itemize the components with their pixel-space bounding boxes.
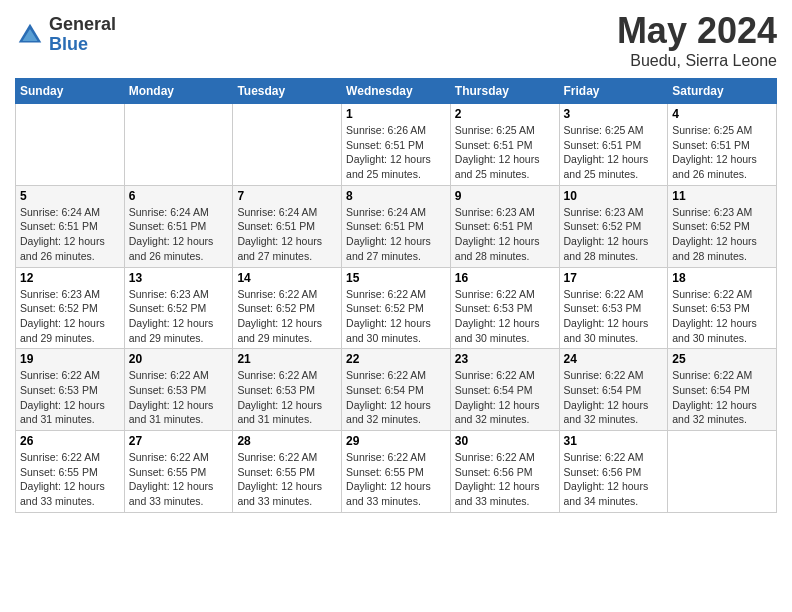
day-info: Sunrise: 6:22 AMSunset: 6:54 PMDaylight:… <box>455 368 555 427</box>
day-number: 24 <box>564 352 664 366</box>
day-number: 2 <box>455 107 555 121</box>
weekday-header: Saturday <box>668 79 777 104</box>
calendar-cell: 28Sunrise: 6:22 AMSunset: 6:55 PMDayligh… <box>233 431 342 513</box>
calendar-table: SundayMondayTuesdayWednesdayThursdayFrid… <box>15 78 777 513</box>
calendar-week-row: 26Sunrise: 6:22 AMSunset: 6:55 PMDayligh… <box>16 431 777 513</box>
day-info: Sunrise: 6:23 AMSunset: 6:51 PMDaylight:… <box>455 205 555 264</box>
day-info: Sunrise: 6:25 AMSunset: 6:51 PMDaylight:… <box>455 123 555 182</box>
calendar-cell: 31Sunrise: 6:22 AMSunset: 6:56 PMDayligh… <box>559 431 668 513</box>
calendar-cell: 23Sunrise: 6:22 AMSunset: 6:54 PMDayligh… <box>450 349 559 431</box>
calendar-cell: 29Sunrise: 6:22 AMSunset: 6:55 PMDayligh… <box>342 431 451 513</box>
day-info: Sunrise: 6:22 AMSunset: 6:56 PMDaylight:… <box>564 450 664 509</box>
calendar-cell: 15Sunrise: 6:22 AMSunset: 6:52 PMDayligh… <box>342 267 451 349</box>
day-number: 15 <box>346 271 446 285</box>
calendar-cell: 1Sunrise: 6:26 AMSunset: 6:51 PMDaylight… <box>342 104 451 186</box>
logo-general: General <box>49 15 116 35</box>
day-info: Sunrise: 6:24 AMSunset: 6:51 PMDaylight:… <box>346 205 446 264</box>
day-number: 31 <box>564 434 664 448</box>
day-number: 18 <box>672 271 772 285</box>
day-number: 28 <box>237 434 337 448</box>
day-number: 8 <box>346 189 446 203</box>
day-number: 1 <box>346 107 446 121</box>
day-number: 23 <box>455 352 555 366</box>
day-number: 6 <box>129 189 229 203</box>
day-number: 27 <box>129 434 229 448</box>
logo-blue: Blue <box>49 35 116 55</box>
day-info: Sunrise: 6:24 AMSunset: 6:51 PMDaylight:… <box>237 205 337 264</box>
calendar-cell: 10Sunrise: 6:23 AMSunset: 6:52 PMDayligh… <box>559 185 668 267</box>
day-info: Sunrise: 6:22 AMSunset: 6:55 PMDaylight:… <box>129 450 229 509</box>
title-block: May 2024 Buedu, Sierra Leone <box>617 10 777 70</box>
day-number: 5 <box>20 189 120 203</box>
day-info: Sunrise: 6:22 AMSunset: 6:54 PMDaylight:… <box>672 368 772 427</box>
day-info: Sunrise: 6:22 AMSunset: 6:55 PMDaylight:… <box>346 450 446 509</box>
calendar-cell: 8Sunrise: 6:24 AMSunset: 6:51 PMDaylight… <box>342 185 451 267</box>
day-number: 21 <box>237 352 337 366</box>
calendar-cell: 12Sunrise: 6:23 AMSunset: 6:52 PMDayligh… <box>16 267 125 349</box>
day-info: Sunrise: 6:23 AMSunset: 6:52 PMDaylight:… <box>129 287 229 346</box>
day-info: Sunrise: 6:22 AMSunset: 6:53 PMDaylight:… <box>237 368 337 427</box>
calendar-cell: 25Sunrise: 6:22 AMSunset: 6:54 PMDayligh… <box>668 349 777 431</box>
day-number: 7 <box>237 189 337 203</box>
day-info: Sunrise: 6:22 AMSunset: 6:55 PMDaylight:… <box>237 450 337 509</box>
calendar-cell: 26Sunrise: 6:22 AMSunset: 6:55 PMDayligh… <box>16 431 125 513</box>
logo-text: General Blue <box>49 15 116 55</box>
calendar-cell: 2Sunrise: 6:25 AMSunset: 6:51 PMDaylight… <box>450 104 559 186</box>
calendar-cell: 24Sunrise: 6:22 AMSunset: 6:54 PMDayligh… <box>559 349 668 431</box>
day-number: 20 <box>129 352 229 366</box>
calendar-cell: 22Sunrise: 6:22 AMSunset: 6:54 PMDayligh… <box>342 349 451 431</box>
calendar-week-row: 5Sunrise: 6:24 AMSunset: 6:51 PMDaylight… <box>16 185 777 267</box>
day-info: Sunrise: 6:22 AMSunset: 6:53 PMDaylight:… <box>455 287 555 346</box>
weekday-header: Monday <box>124 79 233 104</box>
day-number: 11 <box>672 189 772 203</box>
day-number: 19 <box>20 352 120 366</box>
weekday-header: Tuesday <box>233 79 342 104</box>
calendar-cell <box>124 104 233 186</box>
day-info: Sunrise: 6:24 AMSunset: 6:51 PMDaylight:… <box>129 205 229 264</box>
calendar-week-row: 12Sunrise: 6:23 AMSunset: 6:52 PMDayligh… <box>16 267 777 349</box>
calendar-cell: 13Sunrise: 6:23 AMSunset: 6:52 PMDayligh… <box>124 267 233 349</box>
day-info: Sunrise: 6:25 AMSunset: 6:51 PMDaylight:… <box>564 123 664 182</box>
day-number: 29 <box>346 434 446 448</box>
day-info: Sunrise: 6:22 AMSunset: 6:54 PMDaylight:… <box>346 368 446 427</box>
calendar-cell: 17Sunrise: 6:22 AMSunset: 6:53 PMDayligh… <box>559 267 668 349</box>
calendar-container: General Blue May 2024 Buedu, Sierra Leon… <box>0 0 792 528</box>
subtitle: Buedu, Sierra Leone <box>617 52 777 70</box>
day-number: 10 <box>564 189 664 203</box>
calendar-cell: 7Sunrise: 6:24 AMSunset: 6:51 PMDaylight… <box>233 185 342 267</box>
weekday-header: Friday <box>559 79 668 104</box>
weekday-header-row: SundayMondayTuesdayWednesdayThursdayFrid… <box>16 79 777 104</box>
day-number: 17 <box>564 271 664 285</box>
calendar-cell: 6Sunrise: 6:24 AMSunset: 6:51 PMDaylight… <box>124 185 233 267</box>
calendar-week-row: 19Sunrise: 6:22 AMSunset: 6:53 PMDayligh… <box>16 349 777 431</box>
day-number: 12 <box>20 271 120 285</box>
calendar-cell <box>233 104 342 186</box>
day-number: 16 <box>455 271 555 285</box>
calendar-cell: 4Sunrise: 6:25 AMSunset: 6:51 PMDaylight… <box>668 104 777 186</box>
calendar-week-row: 1Sunrise: 6:26 AMSunset: 6:51 PMDaylight… <box>16 104 777 186</box>
calendar-cell: 14Sunrise: 6:22 AMSunset: 6:52 PMDayligh… <box>233 267 342 349</box>
day-number: 22 <box>346 352 446 366</box>
day-info: Sunrise: 6:22 AMSunset: 6:53 PMDaylight:… <box>564 287 664 346</box>
day-info: Sunrise: 6:22 AMSunset: 6:54 PMDaylight:… <box>564 368 664 427</box>
day-number: 25 <box>672 352 772 366</box>
calendar-cell: 9Sunrise: 6:23 AMSunset: 6:51 PMDaylight… <box>450 185 559 267</box>
day-info: Sunrise: 6:22 AMSunset: 6:52 PMDaylight:… <box>237 287 337 346</box>
calendar-cell: 18Sunrise: 6:22 AMSunset: 6:53 PMDayligh… <box>668 267 777 349</box>
calendar-cell <box>16 104 125 186</box>
main-title: May 2024 <box>617 10 777 52</box>
day-info: Sunrise: 6:23 AMSunset: 6:52 PMDaylight:… <box>672 205 772 264</box>
calendar-cell: 21Sunrise: 6:22 AMSunset: 6:53 PMDayligh… <box>233 349 342 431</box>
calendar-cell <box>668 431 777 513</box>
weekday-header: Sunday <box>16 79 125 104</box>
calendar-cell: 5Sunrise: 6:24 AMSunset: 6:51 PMDaylight… <box>16 185 125 267</box>
day-number: 3 <box>564 107 664 121</box>
logo-icon <box>15 20 45 50</box>
day-info: Sunrise: 6:26 AMSunset: 6:51 PMDaylight:… <box>346 123 446 182</box>
calendar-cell: 20Sunrise: 6:22 AMSunset: 6:53 PMDayligh… <box>124 349 233 431</box>
day-info: Sunrise: 6:22 AMSunset: 6:53 PMDaylight:… <box>672 287 772 346</box>
day-info: Sunrise: 6:23 AMSunset: 6:52 PMDaylight:… <box>564 205 664 264</box>
calendar-cell: 11Sunrise: 6:23 AMSunset: 6:52 PMDayligh… <box>668 185 777 267</box>
day-number: 4 <box>672 107 772 121</box>
day-info: Sunrise: 6:24 AMSunset: 6:51 PMDaylight:… <box>20 205 120 264</box>
